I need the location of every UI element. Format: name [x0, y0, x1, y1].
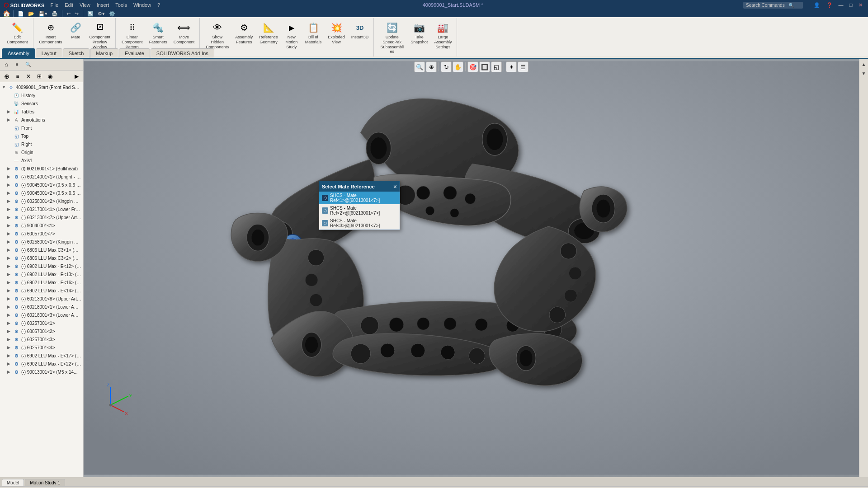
tree-comp-2[interactable]: ▶ ⚙ (-) 60214001<1> (Upright - Lef... [0, 173, 83, 181]
zoom-btn[interactable]: 🔍 [414, 61, 425, 72]
config-mgr-icon[interactable]: ✕ [24, 71, 33, 81]
mate-ref-item-3[interactable]: ⬡ SHCS - Mate Ref<3>@[60213001<7>] [319, 217, 400, 230]
filter-btn[interactable]: ≡ [13, 60, 22, 69]
mate-ref-item-1[interactable]: ⬡ SHCS - Mate Ref<1>@[60213001<7>] [319, 192, 400, 204]
mate-popup-close-btn[interactable]: × [393, 183, 397, 190]
tree-comp-15[interactable]: ▶ ⚙ (-) 6902 LLU Max - E<16> (Ø 1... [0, 278, 83, 286]
menu-window[interactable]: Window [131, 1, 153, 9]
print-btn[interactable]: 🖨️ [50, 10, 59, 17]
filter-search[interactable]: 🔍 [24, 60, 33, 69]
tree-comp-8[interactable]: ▶ ⚙ (-) 90040001<1> [0, 221, 83, 230]
menu-view[interactable]: View [77, 1, 93, 9]
rebuild-btn[interactable]: ⚙▾ [96, 10, 106, 17]
tree-comp-7[interactable]: ▶ ⚙ (-) 60213001<7> (Upper Articu... [0, 213, 83, 221]
tree-axis1[interactable]: — Axis1 [0, 156, 83, 164]
redo-btn[interactable]: ↪ [73, 10, 80, 17]
appearance-icon[interactable]: ◉ [45, 71, 55, 81]
tree-comp-9[interactable]: ▶ ⚙ (-) 60057001<7> [0, 230, 83, 238]
tree-comp-1[interactable]: ▶ ⚙ (f) 60216001<1> (Bulkhead) [0, 164, 83, 173]
zoom-to-fit-btn[interactable]: ⊕ [426, 61, 437, 72]
minimize-btn[interactable]: — [837, 1, 844, 9]
menu-help[interactable]: ? [155, 1, 162, 9]
insert-components-btn[interactable]: ⊕ InsertComponents [37, 19, 65, 46]
tree-comp-23[interactable]: ▶ ⚙ (-) 60257001<4> [0, 343, 83, 352]
tree-annotations[interactable]: ▶ A Annotations [0, 116, 83, 124]
menu-edit[interactable]: Edit [62, 1, 75, 9]
select-btn[interactable]: ↖️ [86, 10, 95, 17]
render-btn[interactable]: ✦ [506, 61, 517, 72]
property-mgr-icon[interactable]: ≡ [13, 71, 23, 81]
tree-comp-20[interactable]: ▶ ⚙ (-) 60257001<1> [0, 319, 83, 327]
filter-icon[interactable]: ⌂ [2, 60, 11, 69]
tree-root[interactable]: ▼ ⚙ 40099001_Start (Front End Sub Asse..… [0, 83, 83, 91]
tree-comp-25[interactable]: ▶ ⚙ (-) 6902 LLU Max - E<22> (Ø 1... [0, 360, 83, 368]
dim-expert-icon[interactable]: ⊞ [34, 71, 44, 81]
new-file-btn[interactable]: 📄 [16, 10, 25, 17]
exploded-view-btn[interactable]: 💥 ExplodedView [326, 19, 347, 46]
tree-comp-12[interactable]: ▶ ⚙ (-) 6806 LLU Max C3<2> (Beari... [0, 254, 83, 262]
scene-btn[interactable]: ☰ [518, 61, 528, 72]
take-snapshot-btn[interactable]: 📷 TakeSnapshot [408, 19, 430, 46]
undo-btn[interactable]: ↩ [65, 10, 72, 17]
instant3d-btn[interactable]: 3D Instant3D [349, 19, 371, 41]
tree-comp-17[interactable]: ▶ ⚙ (-) 60213001<8> (Upper Articu... [0, 295, 83, 303]
menu-insert[interactable]: Insert [94, 1, 112, 9]
tree-front-plane[interactable]: ◱ Front [0, 124, 83, 132]
bottom-tab-model[interactable]: Model [2, 479, 24, 486]
tree-comp-19[interactable]: ▶ ⚙ (-) 60218001<3> (Lower AR An... [0, 311, 83, 319]
mate-btn[interactable]: 🔗 Mate [66, 19, 85, 41]
tree-comp-14[interactable]: ▶ ⚙ (-) 6902 LLU Max - E<13> (Ø 1... [0, 270, 83, 278]
tab-assembly[interactable]: Assembly [2, 48, 35, 58]
tree-comp-13[interactable]: ▶ ⚙ (-) 6902 LLU Max - E<12> (Ø 1... [0, 262, 83, 270]
tree-tables[interactable]: ▶ 📊 Tables [0, 108, 83, 116]
tree-comp-5[interactable]: ▶ ⚙ (-) 60258001<2> (Kingpin Spac... [0, 197, 83, 205]
bill-of-materials-btn[interactable]: 📋 Bill ofMaterials [303, 19, 324, 46]
show-hidden-components-btn[interactable]: 👁 ShowHiddenComponents [203, 19, 231, 51]
move-component-btn[interactable]: ⟺ MoveComponent [171, 19, 197, 46]
assembly-features-btn[interactable]: ⚙ AssemblyFeatures [233, 19, 255, 46]
reference-geometry-btn[interactable]: 📐 ReferenceGeometry [257, 19, 280, 46]
smart-fasteners-btn[interactable]: 🔩 SmartFasteners [147, 19, 170, 46]
feature-mgr-icon[interactable]: ⊕ [2, 71, 12, 81]
close-btn[interactable]: ✕ [857, 1, 864, 9]
rp-expand-btn[interactable]: ▲ [860, 61, 868, 68]
restore-btn[interactable]: □ [847, 1, 854, 9]
tree-history[interactable]: 🕐 History [0, 91, 83, 99]
options-btn[interactable]: ⚙️ [108, 10, 117, 17]
menu-file[interactable]: File [48, 1, 61, 9]
tree-comp-22[interactable]: ▶ ⚙ (-) 60257001<3> [0, 335, 83, 343]
tree-comp-26[interactable]: ▶ ⚙ (-) 90013001<1> (M5 x 14... [0, 368, 83, 376]
view-orient-btn[interactable]: 🎯 [467, 61, 478, 72]
tab-layout[interactable]: Layout [36, 48, 62, 58]
tab-solidworks-addins[interactable]: SOLIDWORKS Add-Ins [151, 48, 214, 58]
mate-ref-item-2[interactable]: ⬡ SHCS - Mate Ref<2>@[60213001<7>] [319, 204, 400, 217]
update-speedpak-btn[interactable]: 🔄 UpdateSpeedPakSubassemblies [377, 19, 406, 56]
tree-sensors[interactable]: 📡 Sensors [0, 99, 83, 108]
user-icon[interactable]: 👤 [812, 2, 822, 8]
tree-comp-3[interactable]: ▶ ⚙ (-) 90045001<1> (0.5 x 0.6 x 1 E... [0, 181, 83, 189]
display-mode-btn[interactable]: 🔲 [479, 61, 490, 72]
component-preview-btn[interactable]: 🖼 ComponentPreviewWindow [87, 19, 113, 51]
new-motion-study-btn[interactable]: ▶ NewMotionStudy [282, 19, 301, 51]
tab-sketch[interactable]: Sketch [63, 48, 90, 58]
tab-markup[interactable]: Markup [90, 48, 118, 58]
tree-origin[interactable]: ⊕ Origin [0, 148, 83, 156]
rp-collapse-btn[interactable]: ▼ [860, 70, 868, 77]
tree-comp-18[interactable]: ▶ ⚙ (-) 60218001<1> (Lower AR An... [0, 303, 83, 311]
tree-comp-16[interactable]: ▶ ⚙ (-) 6902 LLU Max - E<14> (Ø 1... [0, 286, 83, 295]
sidebar-nav-arrow[interactable]: ▶ [71, 71, 81, 81]
menu-tools[interactable]: Tools [113, 1, 129, 9]
save-btn[interactable]: 💾▾ [37, 10, 49, 17]
feature-tree[interactable]: ▼ ⚙ 40099001_Start (Front End Sub Asse..… [0, 82, 83, 477]
tree-comp-10[interactable]: ▶ ⚙ (-) 60258001<1> (Kingpin Spac... [0, 238, 83, 246]
tree-comp-24[interactable]: ▶ ⚙ (-) 6902 LLU Max - E<17> (Ø 1... [0, 352, 83, 360]
tab-evaluate[interactable]: Evaluate [119, 48, 150, 58]
tree-right-plane[interactable]: ◱ Right [0, 140, 83, 148]
viewport[interactable]: Y Z X 🔍 ⊕ ↻ ✋ 🎯 🔲 ◱ ✦ ☰ Sele [84, 59, 859, 477]
open-file-btn[interactable]: 📂 [27, 10, 36, 17]
help-icon[interactable]: ❓ [825, 2, 835, 8]
large-assembly-settings-btn[interactable]: 🏭 LargeAssemblySettings [432, 19, 454, 51]
tree-comp-4[interactable]: ▶ ⚙ (-) 90045001<2> (0.5 x 0.6 x 1 E... [0, 189, 83, 197]
edit-component-btn[interactable]: ✏️ EditComponent [5, 19, 30, 46]
tree-comp-21[interactable]: ▶ ⚙ (-) 60057001<2> [0, 327, 83, 335]
